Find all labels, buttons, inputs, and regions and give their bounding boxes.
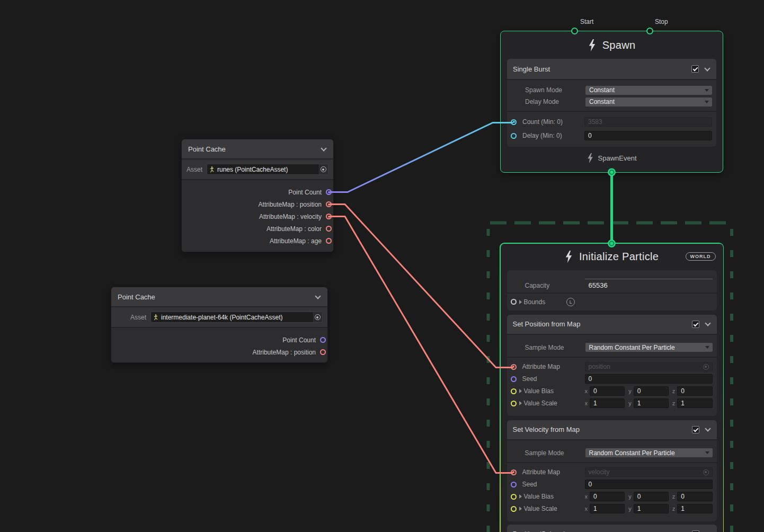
block-enabled-checkbox[interactable]: [691, 65, 699, 73]
value-bias-input-port[interactable]: [511, 494, 517, 500]
value-bias-z-field[interactable]: 0: [677, 492, 712, 501]
sample-mode-dropdown[interactable]: Random Constant Per Particle: [585, 448, 713, 457]
world-space-badge[interactable]: WORLD: [686, 252, 716, 261]
chevron-down-icon[interactable]: [705, 530, 710, 532]
initialize-particle-context-node[interactable]: Initialize Particle WORLD Capacity 65536…: [500, 243, 724, 532]
seed-field[interactable]: 0: [585, 480, 713, 489]
single-burst-block[interactable]: Single Burst Spawn Mode Constant Delay M…: [507, 59, 716, 147]
delay-input-port[interactable]: [511, 133, 517, 139]
seed-input-port[interactable]: [511, 482, 517, 487]
point-cache-node-runes[interactable]: Point Cache Asset runes (PointCacheAsset…: [181, 139, 334, 252]
attributemap-age-output-port[interactable]: [326, 238, 332, 244]
count-input-port[interactable]: [511, 119, 517, 125]
delay-row: Delay (Min: 0) 0: [507, 129, 716, 143]
delay-field[interactable]: 0: [584, 131, 712, 140]
value-scale-x-field[interactable]: 1: [590, 504, 625, 513]
attribute-map-input-port[interactable]: [511, 469, 517, 475]
capacity-field[interactable]: 65536: [585, 279, 713, 289]
attributemap-velocity-output-port[interactable]: [326, 214, 332, 219]
expand-triangle-icon[interactable]: [519, 300, 522, 304]
point-cache-asset-icon: [209, 166, 215, 173]
value-bias-y-field[interactable]: 0: [634, 386, 669, 396]
expand-triangle-icon[interactable]: [519, 507, 522, 511]
block-enabled-checkbox[interactable]: [692, 321, 699, 328]
value-bias-y-field[interactable]: 0: [634, 492, 669, 501]
start-flow-label: Start: [580, 18, 593, 25]
asset-label: Asset: [130, 314, 146, 321]
seed-row: Seed 0: [507, 373, 717, 385]
value-scale-input-port[interactable]: [511, 506, 517, 512]
value-scale-row: Value Scale x1 y1 z1: [507, 397, 717, 410]
stop-flow-label: Stop: [655, 18, 668, 25]
sample-mode-row: Sample Mode Random Constant Per Particle: [507, 342, 717, 353]
capacity-row: Capacity 65536: [507, 270, 717, 292]
wire-spawnevent-to-initialize[interactable]: [608, 169, 616, 248]
output-row: AttributeMap : color: [182, 223, 333, 235]
chevron-down-icon[interactable]: [704, 65, 710, 71]
attributemap-position-output-port[interactable]: [326, 201, 332, 207]
chevron-down-icon[interactable]: [705, 425, 710, 431]
output-row: Point Count: [111, 334, 327, 346]
chevron-down-icon[interactable]: [705, 320, 710, 326]
block-enabled-checkbox[interactable]: [692, 426, 699, 433]
bounds-input-port[interactable]: [511, 299, 517, 305]
delay-mode-dropdown[interactable]: Constant: [585, 97, 712, 107]
output-row: Point Count: [182, 186, 333, 198]
value-scale-z-field[interactable]: 1: [677, 398, 712, 408]
attribute-map-input-port[interactable]: [511, 364, 517, 370]
chevron-down-icon[interactable]: [321, 145, 326, 151]
node-title-text: Point Cache: [188, 145, 315, 153]
value-scale-y-field[interactable]: 1: [634, 504, 669, 513]
set-position-from-map-block[interactable]: Set Position from Map Sample Mode Random…: [507, 315, 717, 416]
seed-field[interactable]: 0: [585, 374, 713, 384]
sample-mode-dropdown[interactable]: Random Constant Per Particle: [585, 343, 713, 352]
initialize-node-title: Initialize Particle WORLD: [501, 244, 723, 270]
value-scale-input-port[interactable]: [511, 401, 517, 406]
object-picker-icon[interactable]: [312, 312, 322, 322]
point-count-output-port[interactable]: [320, 337, 326, 343]
block-enabled-checkbox[interactable]: [692, 530, 699, 532]
value-bias-z-field[interactable]: 0: [677, 386, 712, 396]
delay-mode-row: Delay Mode Constant: [507, 96, 716, 108]
attribute-map-field[interactable]: velocity: [585, 467, 713, 477]
value-scale-z-field[interactable]: 1: [677, 504, 712, 513]
attribute-map-row: Attribute Map velocity: [507, 466, 717, 478]
seed-input-port[interactable]: [511, 376, 517, 382]
count-field[interactable]: 3583: [584, 117, 712, 127]
value-scale-x-field[interactable]: 1: [590, 398, 625, 408]
set-velocity-from-map-block[interactable]: Set Velocity from Map Sample Mode Random…: [507, 420, 717, 521]
output-row: AttributeMap : age: [182, 235, 333, 247]
divider: [507, 111, 716, 112]
position-sphere-block[interactable]: Position (Sphere): [507, 525, 717, 532]
lightning-icon: [565, 251, 573, 263]
node-title-text: Spawn: [602, 39, 636, 51]
value-scale-y-field[interactable]: 1: [634, 398, 669, 408]
value-bias-input-port[interactable]: [511, 388, 517, 394]
spawn-mode-row: Spawn Mode Constant: [507, 84, 716, 96]
wire-velocity-to-attributemap[interactable]: [330, 217, 513, 473]
expand-triangle-icon[interactable]: [519, 401, 522, 405]
wire-position-to-attributemap[interactable]: [330, 205, 513, 368]
vfx-graph-canvas[interactable]: Start Stop Spawn Single Burst Spawn Mode…: [0, 0, 764, 532]
bounds-row: Bounds L: [507, 292, 717, 311]
asset-object-field[interactable]: runes (PointCacheAsset): [207, 164, 328, 175]
spawn-mode-dropdown[interactable]: Constant: [585, 86, 712, 95]
value-bias-x-field[interactable]: 0: [590, 492, 625, 501]
expand-triangle-icon[interactable]: [519, 389, 522, 393]
point-count-output-port[interactable]: [326, 189, 332, 195]
attribute-map-row: Attribute Map position: [507, 361, 717, 373]
asset-label: Asset: [186, 166, 202, 173]
point-cache-node-planet[interactable]: Point Cache Asset intermediate-planet-64…: [111, 287, 328, 363]
asset-object-field[interactable]: intermediate-planet-64k (PointCacheAsset…: [150, 312, 323, 323]
expand-triangle-icon[interactable]: [519, 494, 522, 499]
local-space-badge[interactable]: L: [566, 298, 575, 306]
attributemap-position-output-port[interactable]: [320, 349, 326, 355]
spawn-context-node[interactable]: Start Stop Spawn Single Burst Spawn Mode…: [500, 31, 723, 173]
object-picker-icon[interactable]: [318, 164, 328, 174]
attributemap-color-output-port[interactable]: [326, 226, 332, 232]
wire-pointcount-to-count[interactable]: [330, 123, 513, 192]
chevron-down-icon[interactable]: [315, 293, 321, 299]
point-cache-asset-icon: [153, 314, 159, 321]
value-bias-x-field[interactable]: 0: [590, 386, 625, 396]
attribute-map-field[interactable]: position: [585, 362, 713, 371]
